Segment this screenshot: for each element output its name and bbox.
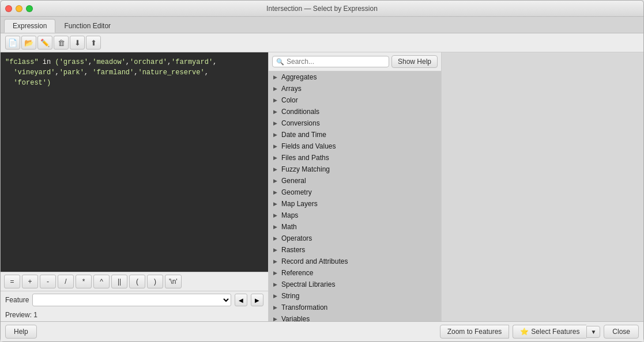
function-list: ▶Aggregates ▶Arrays ▶Color ▶Conditionals…: [269, 71, 441, 321]
list-item[interactable]: ▶Arrays: [269, 83, 441, 94]
chevron-icon: ▶: [273, 178, 279, 184]
left-panel: "fclass" in ('grass','meadow','orchard',…: [1, 52, 269, 321]
list-item[interactable]: ▶Conversions: [269, 117, 441, 129]
chevron-icon: ▶: [273, 305, 279, 310]
list-item[interactable]: ▶String: [269, 290, 441, 302]
feature-select[interactable]: [32, 294, 231, 306]
delete-button[interactable]: 🗑: [54, 36, 69, 50]
chevron-icon: ▶: [273, 235, 279, 241]
middle-panel: 🔍 Show Help ▶Aggregates ▶Arrays ▶Color ▶…: [269, 52, 442, 321]
search-input-wrap: 🔍: [272, 56, 389, 67]
export-button[interactable]: ⬆: [86, 36, 101, 50]
chevron-icon: ▶: [273, 201, 279, 207]
chevron-icon: ▶: [273, 143, 279, 149]
search-bar: 🔍 Show Help: [269, 52, 441, 71]
search-icon: 🔍: [276, 58, 284, 66]
help-button[interactable]: Help: [5, 325, 37, 339]
preview-value: 1: [33, 311, 37, 319]
feature-prev[interactable]: ◀: [235, 294, 247, 306]
op-plus[interactable]: +: [22, 275, 38, 288]
content-area: 📄 📂 ✏️ 🗑 ⬇ ⬆ "fclass" in ('grass','meado…: [1, 33, 643, 341]
select-dropdown-button[interactable]: ▼: [586, 326, 600, 338]
list-item[interactable]: ▶Operators: [269, 233, 441, 244]
list-item[interactable]: ▶Fields and Values: [269, 140, 441, 152]
op-multiply[interactable]: *: [76, 275, 92, 288]
feature-label: Feature: [5, 296, 29, 304]
op-open-paren[interactable]: (: [129, 275, 145, 288]
maximize-traffic-light[interactable]: [26, 5, 33, 12]
select-icon: ⭐: [520, 328, 529, 336]
list-item[interactable]: ▶Color: [269, 94, 441, 106]
close-button[interactable]: Close: [604, 325, 639, 339]
chevron-icon: ▶: [273, 293, 279, 299]
open-button[interactable]: 📂: [21, 36, 36, 50]
feature-next[interactable]: ▶: [251, 294, 263, 306]
main-panels: "fclass" in ('grass','meadow','orchard',…: [1, 52, 643, 321]
list-item[interactable]: ▶Reference: [269, 267, 441, 279]
chevron-icon: ▶: [273, 109, 279, 115]
chevron-icon: ▶: [273, 259, 279, 264]
chevron-icon: ▶: [273, 224, 279, 230]
list-item[interactable]: ▶Rasters: [269, 244, 441, 256]
op-minus[interactable]: -: [40, 275, 56, 288]
chevron-icon: ▶: [273, 166, 279, 172]
search-input[interactable]: [287, 58, 385, 66]
chevron-icon: ▶: [273, 189, 279, 195]
chevron-icon: ▶: [273, 132, 279, 138]
list-item[interactable]: ▶Maps: [269, 210, 441, 221]
chevron-icon: ▶: [273, 247, 279, 253]
chevron-icon: ▶: [273, 316, 279, 321]
zoom-to-features-button[interactable]: Zoom to Features: [440, 325, 510, 339]
main-window: Intersection — Select by Expression Expr…: [0, 0, 644, 342]
chevron-icon: ▶: [273, 155, 279, 161]
import-button[interactable]: ⬇: [70, 36, 85, 50]
chevron-icon: ▶: [273, 74, 279, 80]
preview-label: Preview:: [5, 311, 32, 319]
select-features-button[interactable]: ⭐ Select Features: [513, 325, 586, 339]
chevron-icon: ▶: [273, 97, 279, 103]
code-editor[interactable]: "fclass" in ('grass','meadow','orchard',…: [1, 52, 268, 272]
right-panel: [442, 52, 643, 321]
select-features-wrap: ⭐ Select Features ▼: [513, 325, 600, 339]
tab-expression[interactable]: Expression: [4, 19, 55, 33]
chevron-icon: ▶: [273, 86, 279, 92]
op-newline[interactable]: '\n': [165, 275, 182, 288]
minimize-traffic-light[interactable]: [16, 5, 22, 12]
show-help-button[interactable]: Show Help: [391, 55, 438, 68]
list-item[interactable]: ▶Aggregates: [269, 71, 441, 83]
bottom-bar: Help Zoom to Features ⭐ Select Features …: [1, 321, 643, 341]
list-item[interactable]: ▶Conditionals: [269, 106, 441, 117]
list-item[interactable]: ▶Map Layers: [269, 198, 441, 210]
list-item[interactable]: ▶Transformation: [269, 302, 441, 313]
op-equals[interactable]: =: [4, 275, 20, 288]
title-bar: Intersection — Select by Expression: [1, 1, 643, 17]
edit-button[interactable]: ✏️: [37, 36, 52, 50]
op-divide[interactable]: /: [58, 275, 74, 288]
close-traffic-light[interactable]: [5, 5, 12, 12]
new-button[interactable]: 📄: [5, 36, 20, 50]
list-item[interactable]: ▶Fuzzy Matching: [269, 164, 441, 175]
list-item[interactable]: ▶Files and Paths: [269, 152, 441, 164]
op-close-paren[interactable]: ): [147, 275, 163, 288]
op-concat[interactable]: ||: [111, 275, 127, 288]
tab-function-editor[interactable]: Function Editor: [55, 19, 119, 33]
list-item[interactable]: ▶Date and Time: [269, 129, 441, 140]
traffic-lights: [5, 5, 33, 12]
feature-row: Feature ◀ ▶: [1, 291, 268, 309]
chevron-icon: ▶: [273, 270, 279, 276]
list-item[interactable]: ▶Geometry: [269, 187, 441, 198]
tab-bar: Expression Function Editor: [1, 17, 643, 33]
list-item[interactable]: ▶Spectral Libraries: [269, 279, 441, 290]
op-caret[interactable]: ^: [93, 275, 110, 288]
list-item[interactable]: ▶Math: [269, 221, 441, 233]
chevron-icon: ▶: [273, 212, 279, 218]
window-title: Intersection — Select by Expression: [266, 5, 378, 13]
chevron-icon: ▶: [273, 282, 279, 287]
toolbar: 📄 📂 ✏️ 🗑 ⬇ ⬆: [1, 33, 643, 52]
list-item[interactable]: ▶Record and Attributes: [269, 256, 441, 267]
chevron-icon: ▶: [273, 120, 279, 126]
list-item[interactable]: ▶General: [269, 175, 441, 187]
operator-bar: = + - / * ^ || ( ) '\n': [1, 272, 268, 291]
preview-row: Preview: 1: [1, 309, 268, 321]
list-item[interactable]: ▶Variables: [269, 313, 441, 321]
